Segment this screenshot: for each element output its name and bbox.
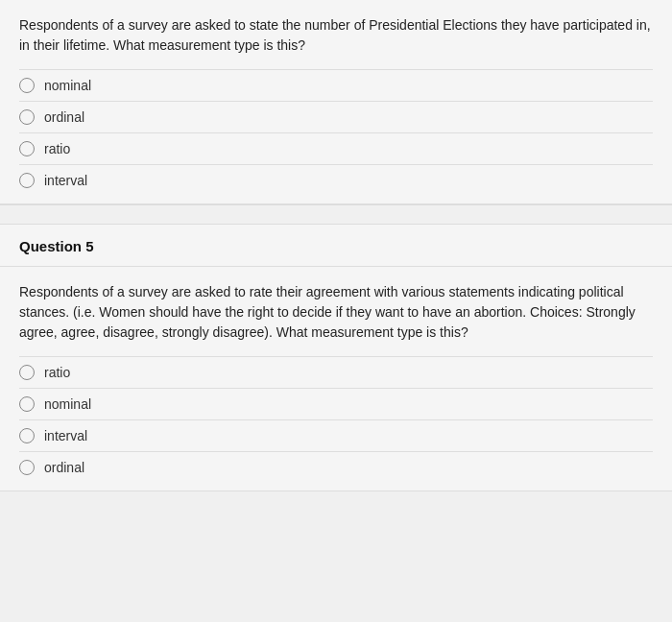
radio-q5-ratio[interactable]: [19, 365, 35, 380]
label-q4-nominal: nominal: [44, 78, 91, 93]
label-q4-ordinal: ordinal: [44, 109, 84, 125]
question4-options: nominal ordinal ratio interval: [19, 69, 653, 196]
option-q5-ratio[interactable]: ratio: [19, 356, 653, 388]
radio-q5-nominal[interactable]: [19, 396, 35, 412]
question4-text: Respondents of a survey are asked to sta…: [19, 15, 653, 56]
label-q4-ratio: ratio: [44, 141, 70, 156]
label-q5-nominal: nominal: [44, 396, 91, 412]
radio-q5-interval[interactable]: [19, 428, 35, 443]
question5-options: ratio nominal interval ordinal: [19, 356, 653, 483]
label-q5-interval: interval: [44, 428, 87, 443]
option-q5-nominal[interactable]: nominal: [19, 388, 653, 419]
label-q5-ordinal: ordinal: [44, 460, 84, 475]
question4-block: Respondents of a survey are asked to sta…: [0, 0, 672, 204]
option-q5-interval[interactable]: interval: [19, 419, 653, 451]
option-q4-interval[interactable]: interval: [19, 164, 653, 196]
radio-q4-interval[interactable]: [19, 173, 35, 188]
question5-number: Question 5: [19, 238, 94, 254]
option-q4-ordinal[interactable]: ordinal: [19, 101, 653, 132]
radio-q4-ratio[interactable]: [19, 141, 35, 156]
question5-header-block: Question 5: [0, 224, 672, 267]
option-q4-nominal[interactable]: nominal: [19, 69, 653, 101]
section-divider: [0, 204, 672, 224]
option-q5-ordinal[interactable]: ordinal: [19, 451, 653, 483]
radio-q4-ordinal[interactable]: [19, 109, 35, 125]
option-q4-ratio[interactable]: ratio: [19, 132, 653, 164]
question5-block: Respondents of a survey are asked to rat…: [0, 267, 672, 491]
radio-q5-ordinal[interactable]: [19, 460, 35, 475]
label-q4-interval: interval: [44, 173, 87, 188]
radio-q4-nominal[interactable]: [19, 78, 35, 93]
page-container: Respondents of a survey are asked to sta…: [0, 0, 672, 491]
question5-text: Respondents of a survey are asked to rat…: [19, 282, 653, 343]
label-q5-ratio: ratio: [44, 365, 70, 380]
